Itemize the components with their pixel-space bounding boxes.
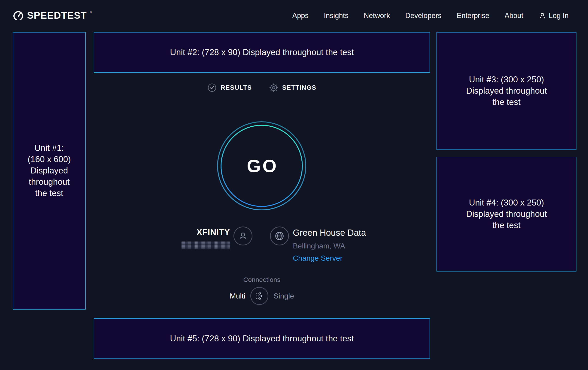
redacted-ip-blur [181,241,230,249]
nav-link-developers[interactable]: Developers [405,11,441,20]
mode-multi-label[interactable]: Multi [230,292,245,300]
mode-single-label[interactable]: Single [273,292,294,300]
connection-mode-toggle[interactable] [250,287,268,305]
nav-link-enterprise[interactable]: Enterprise [457,11,489,20]
ad-unit-3-text: Unit #3: (300 x 250) Displayed throughou… [466,74,547,108]
ad-unit-2-text: Unit #2: (728 x 90) Displayed throughout… [170,47,354,58]
tab-settings[interactable]: SETTINGS [269,83,316,92]
ad-unit-2: Unit #2: (728 x 90) Displayed throughout… [94,32,430,73]
user-icon [539,12,546,20]
change-server-link[interactable]: Change Server [293,254,343,262]
multi-arrows-icon [254,291,264,300]
connections-mode-row: Multi Single [94,287,430,305]
ad-unit-5-text: Unit #5: (728 x 90) Displayed throughout… [170,333,354,344]
nav-links: Apps Insights Network Developers Enterpr… [292,11,569,20]
check-circle-icon [207,83,217,92]
server-avatar [270,227,289,245]
top-nav: SPEEDTEST ® Apps Insights Network Develo… [0,0,588,31]
connections-heading: Connections [94,276,430,283]
isp-block: XFINITY [181,227,230,249]
speedometer-icon [13,10,24,21]
ad-unit-3: Unit #3: (300 x 250) Displayed throughou… [437,32,577,150]
tab-results-label: RESULTS [220,84,252,91]
ad-unit-1-text: Unit #1: (160 x 600) Displayed throughou… [28,142,71,199]
isp-avatar [233,227,252,245]
tab-settings-label: SETTINGS [282,84,316,91]
nav-link-network[interactable]: Network [364,11,390,20]
login-button[interactable]: Log In [539,11,569,20]
go-label: GO [245,155,278,177]
nav-link-insights[interactable]: Insights [324,11,348,20]
ad-unit-4-text: Unit #4: (300 x 250) Displayed throughou… [466,197,547,231]
login-label: Log In [549,11,569,20]
server-location: Bellingham, WA [293,241,366,250]
ad-unit-1: Unit #1: (160 x 600) Displayed throughou… [13,32,86,310]
tab-results[interactable]: RESULTS [207,83,252,92]
tabs-row: RESULTS SETTINGS [94,83,430,92]
logo-text: SPEEDTEST [27,10,87,21]
ad-unit-5: Unit #5: (728 x 90) Displayed throughout… [94,318,430,359]
go-button[interactable]: GO [217,121,307,211]
nav-link-about[interactable]: About [505,11,523,20]
server-block: Green House Data Bellingham, WA Change S… [293,228,366,262]
isp-name: XFINITY [181,227,230,237]
gear-icon [269,83,278,92]
server-name: Green House Data [293,228,366,238]
person-icon [238,231,248,241]
ad-unit-4: Unit #4: (300 x 250) Displayed throughou… [437,157,577,271]
globe-icon [274,230,285,241]
speedtest-logo[interactable]: SPEEDTEST ® [13,10,92,21]
logo-trademark: ® [90,11,92,14]
nav-link-apps[interactable]: Apps [292,11,309,20]
